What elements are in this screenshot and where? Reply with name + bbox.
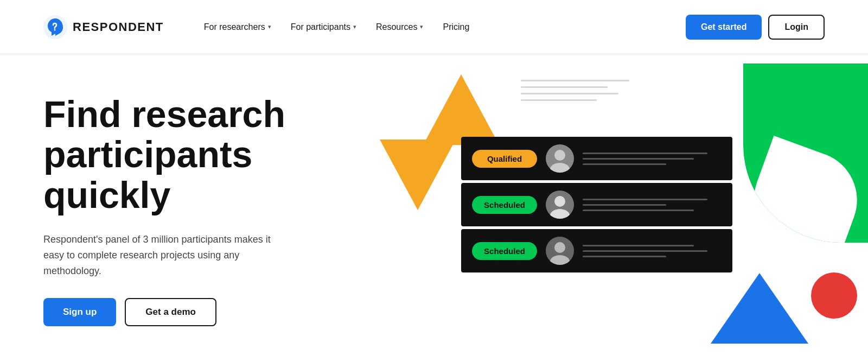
nav-resources-label: Resources bbox=[376, 22, 417, 32]
svg-point-1 bbox=[54, 29, 56, 30]
card-lines bbox=[583, 153, 722, 165]
get-started-button[interactable]: Get started bbox=[686, 15, 762, 40]
status-badge: Scheduled bbox=[472, 242, 537, 260]
green-shape-icon bbox=[743, 64, 868, 243]
nav-links: For researchers ▾ For participants ▾ Res… bbox=[196, 18, 686, 36]
svg-marker-2 bbox=[423, 74, 499, 145]
card-line bbox=[583, 153, 707, 154]
logo-text: RESPONDENT bbox=[73, 20, 164, 34]
deco-line bbox=[521, 86, 608, 88]
white-leaf-shape bbox=[743, 136, 868, 243]
avatar bbox=[546, 144, 574, 173]
svg-point-9 bbox=[554, 196, 565, 207]
card-line bbox=[583, 250, 707, 252]
nav-resources[interactable]: Resources ▾ bbox=[368, 18, 431, 36]
card-line bbox=[583, 204, 666, 206]
chevron-down-icon: ▾ bbox=[353, 23, 356, 30]
svg-marker-4 bbox=[711, 273, 808, 344]
decoration-lines bbox=[521, 80, 629, 101]
svg-point-12 bbox=[554, 242, 565, 253]
card-lines bbox=[583, 199, 722, 211]
signup-button[interactable]: Sign up bbox=[43, 298, 116, 326]
participant-card: Scheduled bbox=[461, 229, 732, 272]
participant-card: Qualified bbox=[461, 137, 732, 180]
nav-for-participants[interactable]: For participants ▾ bbox=[283, 18, 364, 36]
card-line bbox=[583, 210, 694, 211]
card-line bbox=[583, 199, 707, 200]
hero-section: Find research participants quickly Respo… bbox=[0, 54, 868, 355]
participant-card: Scheduled bbox=[461, 183, 732, 226]
nav-pricing-label: Pricing bbox=[443, 22, 469, 32]
status-badge: Qualified bbox=[472, 150, 537, 168]
deco-line bbox=[521, 80, 629, 81]
hero-subtext: Respondent's panel of 3 million particip… bbox=[43, 232, 293, 278]
red-circle-icon bbox=[811, 272, 857, 319]
status-badge: Scheduled bbox=[472, 196, 537, 214]
navbar: RESPONDENT For researchers ▾ For partici… bbox=[0, 0, 868, 54]
hero-buttons: Sign up Get a demo bbox=[43, 298, 369, 326]
svg-marker-3 bbox=[380, 140, 456, 210]
card-line bbox=[583, 245, 694, 246]
hero-illustration: Qualified Scheduled bbox=[380, 64, 868, 346]
nav-actions: Get started Login bbox=[686, 15, 825, 40]
avatar bbox=[546, 191, 574, 219]
nav-for-researchers-label: For researchers bbox=[204, 22, 265, 32]
card-line bbox=[583, 158, 694, 160]
card-line bbox=[583, 256, 666, 257]
login-button[interactable]: Login bbox=[768, 15, 825, 40]
yellow-triangle-down-icon bbox=[380, 140, 456, 212]
nav-for-participants-label: For participants bbox=[291, 22, 350, 32]
card-lines bbox=[583, 245, 722, 257]
nav-for-researchers[interactable]: For researchers ▾ bbox=[196, 18, 279, 36]
deco-line bbox=[521, 99, 597, 101]
logo-link[interactable]: RESPONDENT bbox=[43, 15, 164, 39]
chevron-down-icon: ▾ bbox=[268, 23, 271, 30]
participant-cards: Qualified Scheduled bbox=[461, 137, 732, 272]
hero-content: Find research participants quickly Respo… bbox=[43, 94, 369, 327]
avatar bbox=[546, 237, 574, 265]
svg-point-6 bbox=[554, 150, 565, 161]
nav-pricing[interactable]: Pricing bbox=[435, 18, 477, 36]
chevron-down-icon: ▾ bbox=[420, 23, 423, 30]
card-line bbox=[583, 163, 666, 165]
deco-line bbox=[521, 93, 618, 94]
hero-heading: Find research participants quickly bbox=[43, 94, 369, 215]
blue-triangle-icon bbox=[711, 273, 808, 346]
logo-icon bbox=[43, 15, 67, 39]
yellow-triangle-up-icon bbox=[423, 74, 499, 147]
get-demo-button[interactable]: Get a demo bbox=[125, 298, 216, 326]
